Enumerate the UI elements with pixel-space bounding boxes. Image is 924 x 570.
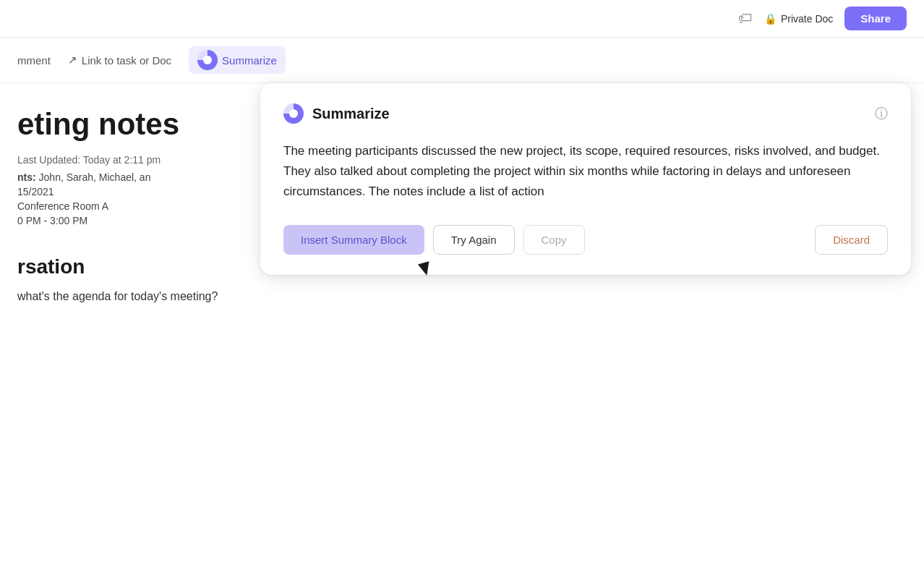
doc-title: eting notes xyxy=(17,106,263,142)
modal-summary-text: The meeting participants discussed the n… xyxy=(283,141,888,202)
comment-label: mment xyxy=(17,54,51,67)
doc-last-updated: Last Updated: Today at 2:11 pm xyxy=(17,154,263,166)
insert-summary-button[interactable]: Insert Summary Block xyxy=(283,225,424,255)
modal-title: Summarize xyxy=(312,106,390,122)
copy-button[interactable]: Copy xyxy=(523,225,585,255)
header: 🏷 🔒 Private Doc Share xyxy=(0,0,924,38)
modal-title-row: Summarize xyxy=(283,103,390,124)
modal-ai-icon xyxy=(283,103,304,124)
summarize-modal: Summarize ⓘ The meeting participants dis… xyxy=(260,83,911,275)
link-icon: ↗ xyxy=(68,54,77,67)
discard-button[interactable]: Discard xyxy=(815,225,888,255)
toolbar-comment[interactable]: mment xyxy=(17,54,51,67)
lock-icon: 🔒 xyxy=(764,13,777,25)
participants-label: nts: xyxy=(17,171,36,183)
summarize-label: Summarize xyxy=(222,54,277,67)
toolbar-link[interactable]: ↗ Link to task or Doc xyxy=(68,54,171,67)
private-doc-button[interactable]: 🔒 Private Doc xyxy=(764,13,833,25)
doc-conversation-text: what's the agenda for today's meeting? xyxy=(17,290,263,303)
tag-icon[interactable]: 🏷 xyxy=(738,10,753,27)
summarize-ai-icon xyxy=(197,50,218,70)
try-again-button[interactable]: Try Again xyxy=(433,225,515,255)
participants-value: John, Sarah, Michael, an xyxy=(39,171,151,183)
main-content: eting notes Last Updated: Today at 2:11 … xyxy=(0,83,924,303)
private-doc-label: Private Doc xyxy=(781,13,833,25)
modal-header: Summarize ⓘ xyxy=(283,103,888,124)
doc-date: 15/2021 xyxy=(17,186,263,197)
doc-participants: nts: John, Sarah, Michael, an xyxy=(17,171,263,183)
doc-time: 0 PM - 3:00 PM xyxy=(17,215,263,226)
link-label: Link to task or Doc xyxy=(82,54,171,67)
share-button[interactable]: Share xyxy=(844,7,907,30)
modal-footer: Insert Summary Block Try Again Copy Disc… xyxy=(283,225,888,255)
document-content: eting notes Last Updated: Today at 2:11 … xyxy=(17,106,278,303)
doc-location: Conference Room A xyxy=(17,200,263,212)
modal-info-icon[interactable]: ⓘ xyxy=(875,105,888,122)
doc-section-title: rsation xyxy=(17,255,263,278)
toolbar-summarize[interactable]: Summarize xyxy=(189,46,286,74)
toolbar: mment ↗ Link to task or Doc Summarize xyxy=(0,38,924,83)
